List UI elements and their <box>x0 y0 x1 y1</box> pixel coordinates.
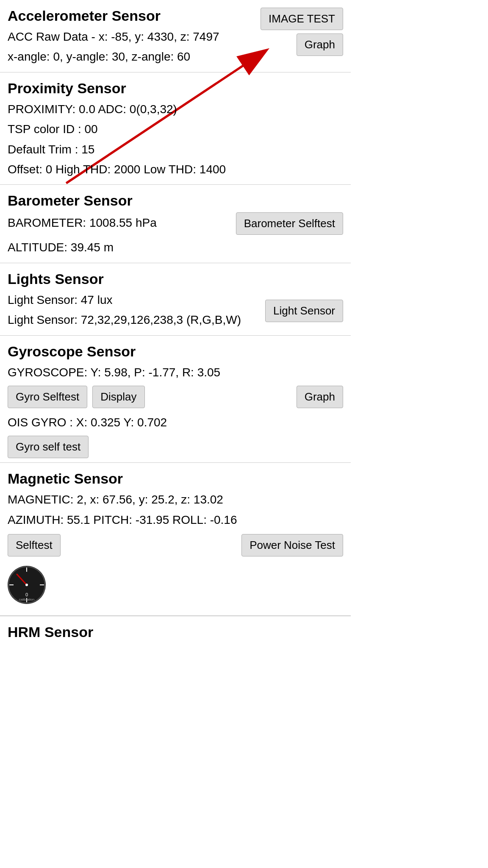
barometer-selftest-button[interactable]: Barometer Selftest <box>236 212 343 235</box>
proximity-line3: Default Trim : 15 <box>8 140 343 159</box>
barometer-title: Barometer Sensor <box>8 192 343 209</box>
accelerometer-raw: ACC Raw Data - x: -85, y: 4330, z: 7497 <box>8 28 256 46</box>
lights-line2: Light Sensor: 72,32,29,126,238,3 (R,G,B,… <box>8 311 241 329</box>
compass-svg: 0 calibration <box>8 566 46 604</box>
gyroscope-line1: GYROSCOPE: Y: 5.98, P: -1.77, R: 3.05 <box>8 363 343 381</box>
svg-text:calibration: calibration <box>19 598 34 601</box>
light-sensor-button[interactable]: Light Sensor <box>265 300 343 322</box>
gyroscope-section: Gyroscope Sensor GYROSCOPE: Y: 5.98, P: … <box>0 336 351 463</box>
proximity-title: Proximity Sensor <box>8 80 343 97</box>
accelerometer-angle: x-angle: 0, y-angle: 30, z-angle: 60 <box>8 47 256 66</box>
gyro-selftest-button[interactable]: Gyro Selftest <box>8 386 87 408</box>
proximity-line2: TSP color ID : 00 <box>8 120 343 138</box>
barometer-section: Barometer Sensor BAROMETER: 1008.55 hPa … <box>0 185 351 263</box>
svg-point-8 <box>25 584 28 586</box>
accelerometer-buttons: IMAGE TEST Graph <box>261 8 343 56</box>
lights-data: Light Sensor: 47 lux Light Sensor: 72,32… <box>8 291 241 331</box>
accelerometer-graph-button[interactable]: Graph <box>297 33 343 56</box>
magnetic-title: Magnetic Sensor <box>8 470 343 487</box>
gyroscope-title: Gyroscope Sensor <box>8 343 343 360</box>
accelerometer-title: Accelerometer Sensor <box>8 8 256 24</box>
proximity-section: Proximity Sensor PROXIMITY: 0.0 ADC: 0(0… <box>0 72 351 185</box>
gyroscope-ois: OIS GYRO : X: 0.325 Y: 0.702 <box>8 413 343 431</box>
lights-section: Lights Sensor Light Sensor: 47 lux Light… <box>0 263 351 336</box>
barometer-line1: BAROMETER: 1008.55 hPa <box>8 214 157 232</box>
magnetic-line1: MAGNETIC: 2, x: 67.56, y: 25.2, z: 13.02 <box>8 490 343 509</box>
lights-line1: Light Sensor: 47 lux <box>8 291 241 309</box>
magnetic-line2: AZIMUTH: 55.1 PITCH: -31.95 ROLL: -0.16 <box>8 511 343 529</box>
compass-dial: 0 calibration <box>8 566 46 604</box>
accelerometer-data: Accelerometer Sensor ACC Raw Data - x: -… <box>8 8 256 68</box>
barometer-line2: ALTITUDE: 39.45 m <box>8 238 343 256</box>
proximity-line1: PROXIMITY: 0.0 ADC: 0(0,3,32) <box>8 100 343 118</box>
lights-title: Lights Sensor <box>8 271 343 287</box>
hrm-title: HRM Sensor <box>0 616 351 644</box>
image-test-button[interactable]: IMAGE TEST <box>261 8 343 30</box>
magnetic-selftest-button[interactable]: Selftest <box>8 534 61 556</box>
gyro-display-button[interactable]: Display <box>92 386 144 408</box>
power-noise-test-button[interactable]: Power Noise Test <box>241 534 343 556</box>
compass-container: 0 calibration <box>8 562 46 608</box>
magnetic-section: Magnetic Sensor MAGNETIC: 2, x: 67.56, y… <box>0 463 351 616</box>
accelerometer-section: Accelerometer Sensor ACC Raw Data - x: -… <box>0 0 351 72</box>
proximity-line4: Offset: 0 High THD: 2000 Low THD: 1400 <box>8 160 343 178</box>
gyroscope-graph-button[interactable]: Graph <box>297 386 343 408</box>
gyro-self-test-button[interactable]: Gyro self test <box>8 436 89 458</box>
svg-text:0: 0 <box>25 592 28 597</box>
